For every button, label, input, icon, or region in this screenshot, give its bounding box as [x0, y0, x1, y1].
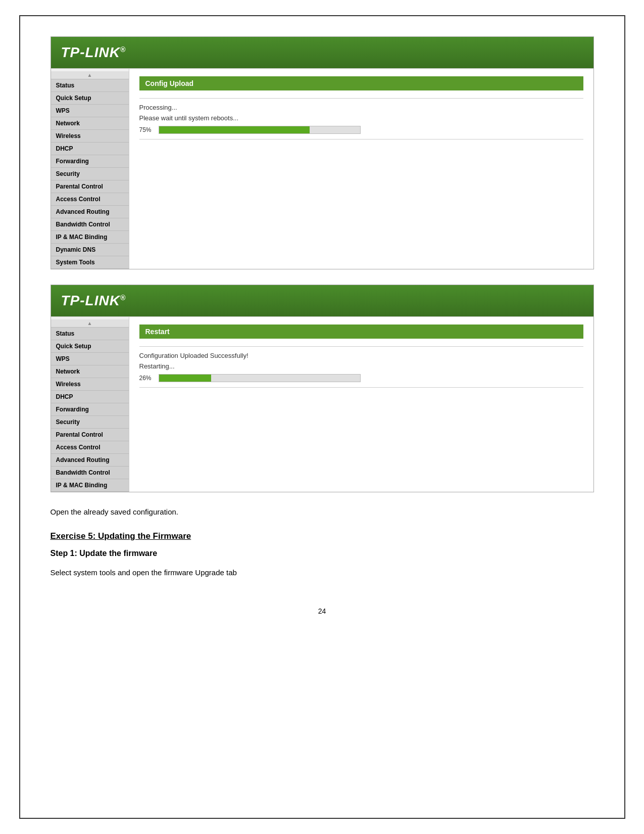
router-header-1: TP-LINK®: [51, 37, 593, 68]
divider-2b: [139, 387, 583, 388]
sidebar-item-access-2[interactable]: Access Control: [51, 441, 129, 454]
sidebar-item-wireless-1[interactable]: Wireless: [51, 130, 129, 143]
status-line1-2: Configuration Uploaded Successfully!: [139, 352, 583, 359]
sidebar-item-wireless-2[interactable]: Wireless: [51, 378, 129, 391]
sidebar-item-ipmac-1[interactable]: IP & MAC Binding: [51, 231, 129, 244]
progress-container-2: 26%: [139, 374, 583, 382]
page-wrapper: TP-LINK® ▲ Status Quick Setup WPS Networ…: [19, 15, 625, 819]
sidebar-item-wps-1[interactable]: WPS: [51, 105, 129, 117]
divider-1b: [139, 139, 583, 140]
sidebar-item-access-1[interactable]: Access Control: [51, 193, 129, 206]
tp-link-logo-2: TP-LINK®: [61, 293, 126, 309]
progress-bar-fill-1: [159, 126, 310, 133]
progress-bar-bg-1: [159, 126, 361, 134]
divider-1a: [139, 98, 583, 99]
sidebar-item-forwarding-2[interactable]: Forwarding: [51, 403, 129, 416]
sidebar-1: ▲ Status Quick Setup WPS Network Wireles…: [51, 69, 129, 269]
step-body: Select system tools and open the firmwar…: [51, 568, 594, 577]
status-line2-2: Restarting...: [139, 362, 583, 370]
sidebar-item-quicksetup-2[interactable]: Quick Setup: [51, 340, 129, 353]
scroll-indicator-2: ▲: [51, 319, 129, 328]
sidebar-2: ▲ Status Quick Setup WPS Network Wireles…: [51, 317, 129, 492]
sidebar-item-status-1[interactable]: Status: [51, 79, 129, 92]
router-ui-1: TP-LINK® ▲ Status Quick Setup WPS Networ…: [51, 36, 594, 269]
scroll-indicator-1: ▲: [51, 71, 129, 79]
sidebar-item-systemtools-1[interactable]: System Tools: [51, 256, 129, 269]
router-header-2: TP-LINK®: [51, 285, 593, 316]
sidebar-item-status-2[interactable]: Status: [51, 328, 129, 340]
progress-label-2: 26%: [139, 375, 155, 382]
sidebar-item-security-1[interactable]: Security: [51, 168, 129, 180]
step-title: Step 1: Update the firmware: [51, 549, 594, 558]
body-text: Open the already saved configuration.: [51, 507, 594, 516]
sidebar-item-quicksetup-1[interactable]: Quick Setup: [51, 92, 129, 105]
sidebar-item-wps-2[interactable]: WPS: [51, 353, 129, 365]
status-line1-1: Processing...: [139, 104, 583, 111]
sidebar-item-ddns-1[interactable]: Dynamic DNS: [51, 244, 129, 256]
sidebar-item-dhcp-2[interactable]: DHCP: [51, 391, 129, 403]
tp-link-logo-1: TP-LINK®: [61, 44, 126, 61]
sidebar-item-dhcp-1[interactable]: DHCP: [51, 143, 129, 155]
divider-2a: [139, 346, 583, 347]
sidebar-item-network-1[interactable]: Network: [51, 117, 129, 130]
sidebar-item-security-2[interactable]: Security: [51, 416, 129, 429]
progress-bar-fill-2: [159, 375, 211, 382]
section-header-2: Restart: [139, 325, 583, 339]
sidebar-item-bandwidth-1[interactable]: Bandwidth Control: [51, 218, 129, 231]
main-content-2: Restart Configuration Uploaded Successfu…: [129, 317, 593, 492]
sidebar-item-bandwidth-2[interactable]: Bandwidth Control: [51, 467, 129, 479]
main-content-1: Config Upload Processing... Please wait …: [129, 69, 593, 269]
router-body-2: ▲ Status Quick Setup WPS Network Wireles…: [51, 316, 593, 492]
sidebar-item-advanced-2[interactable]: Advanced Routing: [51, 454, 129, 467]
page-number: 24: [51, 607, 594, 615]
sidebar-item-advanced-1[interactable]: Advanced Routing: [51, 206, 129, 218]
progress-bar-bg-2: [159, 374, 361, 382]
exercise-title: Exercise 5: Updating the Firmware: [51, 531, 594, 541]
router-ui-2: TP-LINK® ▲ Status Quick Setup WPS Networ…: [51, 285, 594, 492]
progress-container-1: 75%: [139, 126, 583, 134]
sidebar-item-parental-2[interactable]: Parental Control: [51, 429, 129, 441]
router-body-1: ▲ Status Quick Setup WPS Network Wireles…: [51, 68, 593, 269]
sidebar-item-forwarding-1[interactable]: Forwarding: [51, 155, 129, 168]
status-line2-1: Please wait until system reboots...: [139, 114, 583, 122]
sidebar-item-network-2[interactable]: Network: [51, 365, 129, 378]
section-header-1: Config Upload: [139, 76, 583, 90]
sidebar-item-parental-1[interactable]: Parental Control: [51, 180, 129, 193]
progress-label-1: 75%: [139, 126, 155, 133]
sidebar-item-ipmac-2[interactable]: IP & MAC Binding: [51, 479, 129, 492]
